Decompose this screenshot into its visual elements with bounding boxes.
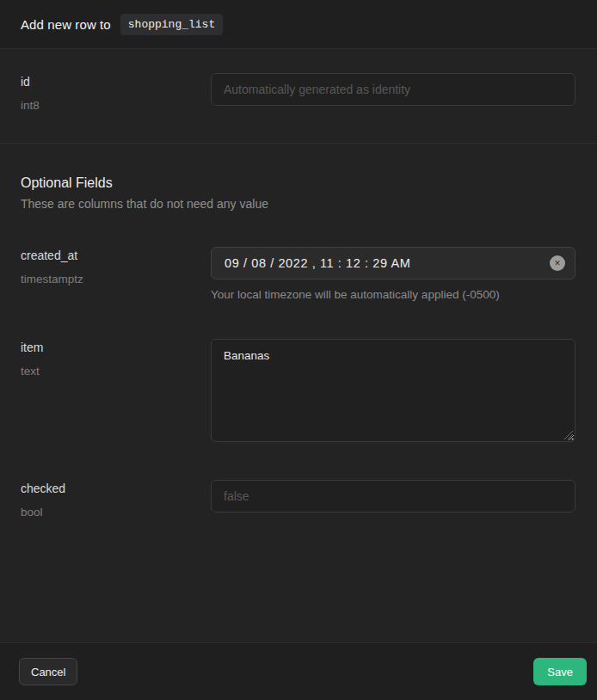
created-at-datetime-input[interactable]: 09 / 08 / 2022 , 11 : 12 : 29 AM ✕ (211, 247, 575, 279)
field-name-id: id (21, 75, 190, 89)
field-name-item: item (21, 341, 190, 354)
cancel-button[interactable]: Cancel (19, 658, 77, 685)
timezone-helper-text: Your local timezone will be automaticall… (211, 288, 575, 301)
optional-fields-subtitle: These are columns that do not need any v… (21, 197, 575, 211)
field-type-item: text (21, 365, 190, 378)
field-row-created-at: created_at timestamptz 09 / 08 / 2022 , … (21, 247, 575, 301)
save-button[interactable]: Save (533, 658, 587, 685)
field-row-id: id int8 (21, 73, 575, 112)
required-fields-section: id int8 (0, 49, 597, 144)
datetime-value: 09 / 08 / 2022 , 11 : 12 : 29 AM (225, 256, 410, 270)
checked-input[interactable] (211, 480, 575, 513)
field-name-created-at: created_at (21, 249, 190, 262)
panel-header: Add new row to shopping_list (0, 0, 597, 49)
add-row-panel: Add new row to shopping_list id int8 Opt… (0, 0, 597, 700)
field-type-id: int8 (21, 99, 190, 112)
field-row-item: item text Bananas (21, 339, 575, 442)
id-input[interactable] (211, 73, 575, 106)
field-type-checked: bool (21, 506, 190, 519)
panel-title: Add new row to (21, 17, 111, 32)
table-name-badge: shopping_list (120, 14, 223, 35)
x-circle-icon[interactable]: ✕ (550, 255, 565, 271)
item-textarea[interactable]: Bananas (211, 339, 575, 442)
optional-fields-section: Optional Fields These are columns that d… (0, 144, 597, 519)
field-name-checked: checked (21, 482, 190, 495)
optional-fields-title: Optional Fields (21, 175, 575, 191)
field-type-created-at: timestamptz (21, 273, 190, 286)
panel-footer: Cancel Save (0, 642, 597, 700)
field-row-checked: checked bool (21, 480, 575, 519)
